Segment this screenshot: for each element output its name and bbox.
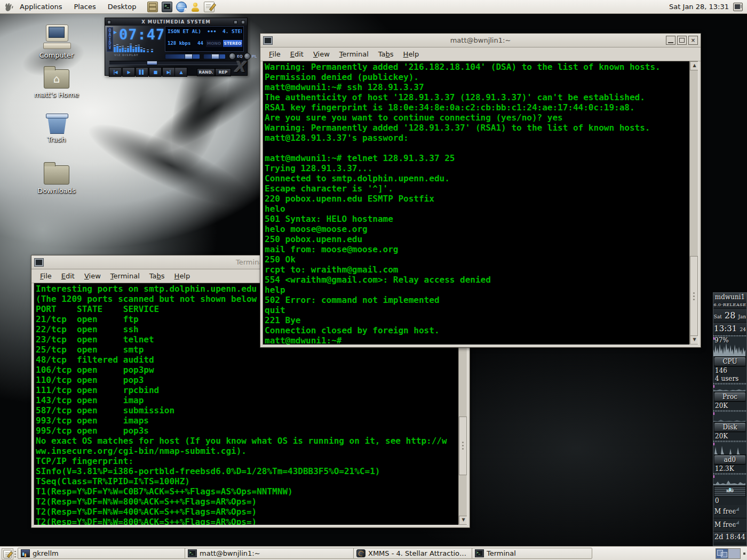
xmms-close-icon[interactable] <box>241 20 245 24</box>
gkrellm-monitor[interactable]: mdwuni1 6.0-RELEASE Sat 28 Jan 13:31 24 … <box>713 292 747 546</box>
menu-file[interactable]: File <box>265 49 285 59</box>
bitrate-display: 128 kbps <box>168 41 190 46</box>
gkrellm-net-xl0[interactable]: xl0 <box>714 486 746 497</box>
terminal-output-line: 995/tcp open pop3s <box>36 426 457 436</box>
screenshot-applet-icon[interactable] <box>733 3 743 11</box>
process-count: 146 procs <box>713 367 746 375</box>
taskbar-item-gkrellm[interactable]: gkrellm <box>18 548 186 559</box>
pause-button[interactable]: ▌▌ <box>136 67 148 77</box>
spectrum-analyzer[interactable] <box>114 44 162 52</box>
terminal-output-line: Trying 128.91.3.37... <box>265 163 688 173</box>
workspace-2[interactable] <box>728 549 740 558</box>
web-browser-icon[interactable] <box>176 2 187 12</box>
terminal-launcher-icon[interactable]: >_ <box>162 2 172 12</box>
terminal-output-line: 501 Syntax: HELO hostname <box>265 214 688 224</box>
balance-slider[interactable] <box>203 54 226 59</box>
scrollbar[interactable]: ▲ ▼ <box>689 61 698 345</box>
close-button[interactable]: × <box>688 36 698 45</box>
computer-icon <box>42 25 71 49</box>
gnome-foot-icon[interactable] <box>2 2 14 12</box>
desktop-icon-downloads[interactable]: Downloads <box>20 165 93 195</box>
desktop-icon-trash[interactable]: Trash <box>20 113 93 143</box>
xmms-shade-icon[interactable] <box>234 20 237 24</box>
terminal-output-line: 554 <wraithm@gmail.com>: Relay access de… <box>265 275 688 285</box>
track-title-marquee[interactable]: ISON ET AL) ∙∙∙ 4. STELLAR AT <box>168 28 242 34</box>
terminal-output-line: T2(Resp=Y%DF=N%W=800%ACK=S++%Flags=AR%Op… <box>36 517 457 525</box>
play-button[interactable]: ▶ <box>122 67 135 77</box>
terminal-output-line: RSA1 key fingerprint is 18:0e:34:8e:0a:c… <box>265 102 688 113</box>
task-label: gkrellm <box>33 549 59 557</box>
terminal-output-line: 250 pobox.upenn.edu <box>265 234 688 244</box>
terminal-output-line: Escape character is '^]'. <box>265 183 688 194</box>
gkrellm-cpu-button[interactable]: CPU <box>714 357 745 366</box>
menu-help[interactable]: Help <box>170 271 195 281</box>
xmms-clutterbar[interactable]: O A I D V <box>107 27 113 52</box>
terminal-output-line: help <box>265 285 688 295</box>
minimize-button[interactable] <box>666 36 676 45</box>
shuffle-toggle[interactable]: RAND. <box>197 68 215 76</box>
cpu-chart: 97% <box>713 335 746 357</box>
xmms-menu-icon[interactable] <box>107 20 111 24</box>
terminal-output-line: Warning: Permanently added '216.182.18.1… <box>265 62 688 72</box>
taskbar-item-xmms[interactable]: XMMS - 4. Stellar Attraction - Progressi… <box>353 548 473 559</box>
terminal-prompt-line: matt@mdwuni1:~# <box>265 335 688 345</box>
window-titlebar[interactable]: matt@bwnjlin1:~ × <box>260 34 701 47</box>
maximize-button[interactable] <box>677 36 687 45</box>
menu-applications[interactable]: Applications <box>14 1 68 13</box>
volume-slider[interactable] <box>165 54 200 59</box>
xmms-player-window[interactable]: X MULTIMEDIA SYSTEM O A I D V ▶ 07:47 VI… <box>105 18 248 76</box>
desktop-icon-computer[interactable]: Computer <box>20 25 93 59</box>
clock-applet[interactable]: Sat Jan 28, 13:31 <box>669 3 747 11</box>
menu-terminal[interactable]: Terminal <box>106 271 144 281</box>
eject-button[interactable]: ▲ <box>174 67 187 77</box>
terminal-output-line: 110/tcp open pop3 <box>36 375 457 385</box>
seek-handle[interactable] <box>147 61 157 65</box>
swap-meter[interactable]: M free <box>713 518 746 532</box>
previous-button[interactable]: |◀ <box>109 67 122 77</box>
user-icon[interactable] <box>190 2 200 12</box>
text-editor-icon[interactable] <box>204 2 214 12</box>
menu-file[interactable]: File <box>36 271 56 281</box>
menu-terminal[interactable]: Terminal <box>335 49 373 59</box>
menu-places[interactable]: Places <box>68 1 101 13</box>
repeat-toggle[interactable]: REP <box>215 68 231 76</box>
xmms-time-display[interactable]: 07:47 <box>119 26 165 43</box>
scrollbar-thumb[interactable] <box>459 417 467 475</box>
gkrellm-disk-button[interactable]: Disk <box>714 423 745 432</box>
volume-handle[interactable] <box>185 54 193 59</box>
menu-tabs[interactable]: Tabs <box>374 49 398 59</box>
show-desktop-button[interactable] <box>2 548 13 559</box>
scroll-down-arrow[interactable]: ▼ <box>690 335 698 345</box>
terminal-content[interactable]: Warning: Permanently added '216.182.18.1… <box>263 61 698 345</box>
next-button[interactable]: ▶| <box>162 67 175 77</box>
disk-chart <box>713 441 746 455</box>
menu-tabs[interactable]: Tabs <box>145 271 169 281</box>
desktop-icon-home[interactable]: ⌂ matt's Home <box>20 69 93 99</box>
terminal-window-front[interactable]: matt@bwnjlin1:~ × File Edit View Termina… <box>260 33 701 348</box>
scroll-up-arrow[interactable]: ▲ <box>690 61 698 70</box>
stop-button[interactable]: ■ <box>149 67 162 77</box>
taskbar-item-terminal-front[interactable]: >_ matt@bwnjlin1:~ <box>185 548 354 559</box>
workspace-1[interactable] <box>716 549 728 558</box>
clutterbar-v[interactable]: V <box>109 46 112 50</box>
balance-handle[interactable] <box>211 54 219 59</box>
menu-view[interactable]: View <box>309 49 334 59</box>
menu-desktop[interactable]: Desktop <box>102 1 142 13</box>
menu-help[interactable]: Help <box>399 49 424 59</box>
terminal-output-line: 106/tcp open pop3pw <box>36 365 457 375</box>
gkrellm-proc-button[interactable]: Proc <box>714 393 745 402</box>
gkrellm-ad0-button[interactable]: ad0 <box>714 455 745 465</box>
seek-bar[interactable] <box>109 61 243 65</box>
taskbar-item-terminal-back[interactable]: >_ Terminal <box>472 548 592 559</box>
xmms-titlebar[interactable]: X MULTIMEDIA SYSTEM <box>105 18 247 26</box>
file-manager-icon[interactable] <box>147 2 158 12</box>
terminal-output-line: T2(Resp=Y%DF=N%W=400%ACK=S++%Flags=AR%Op… <box>36 507 457 517</box>
trash-icon <box>45 113 68 133</box>
scroll-down-arrow[interactable]: ▼ <box>459 516 467 525</box>
scrollbar-thumb[interactable] <box>690 256 698 337</box>
taskbar-drag-handle[interactable] <box>743 553 745 555</box>
menu-view[interactable]: View <box>80 271 105 281</box>
memory-meter[interactable]: M free <box>713 505 746 518</box>
menu-edit[interactable]: Edit <box>286 49 308 59</box>
menu-edit[interactable]: Edit <box>57 271 79 281</box>
